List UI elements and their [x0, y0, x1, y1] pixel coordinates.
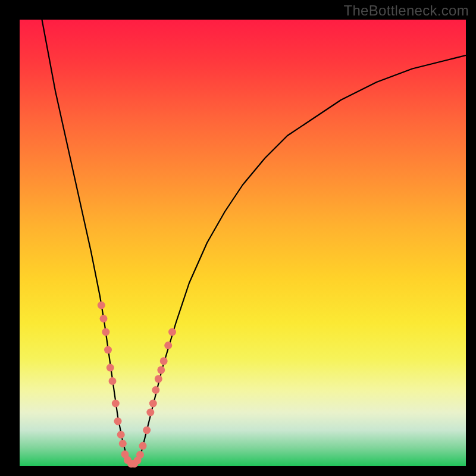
curve-dot	[155, 375, 162, 383]
curve-dot	[143, 427, 151, 434]
curve-dot	[164, 342, 172, 349]
curve-dots	[98, 302, 176, 468]
curve-dot	[109, 377, 117, 385]
curve-dot	[160, 357, 168, 365]
plot-area	[20, 20, 466, 466]
curve-dot	[112, 400, 120, 408]
curve-dot	[146, 409, 154, 416]
curve-dot	[107, 364, 114, 372]
bottleneck-curve	[42, 20, 466, 466]
watermark-text: TheBottleneck.com	[343, 2, 469, 19]
curve-dot	[98, 302, 105, 309]
curve-dot	[104, 346, 112, 354]
curve-dot	[149, 400, 157, 408]
curve-dot	[117, 431, 125, 439]
chart-svg	[20, 20, 466, 466]
curve-dot	[157, 366, 165, 374]
curve-dot	[139, 442, 147, 450]
curve-dot	[100, 315, 108, 322]
outer-frame: TheBottleneck.com	[0, 0, 476, 476]
curve-dot	[114, 418, 122, 425]
curve-dot	[119, 440, 127, 447]
curve-dot	[102, 328, 109, 336]
curve-dot	[152, 386, 159, 394]
curve-dot	[136, 451, 144, 459]
curve-dot	[168, 328, 176, 336]
